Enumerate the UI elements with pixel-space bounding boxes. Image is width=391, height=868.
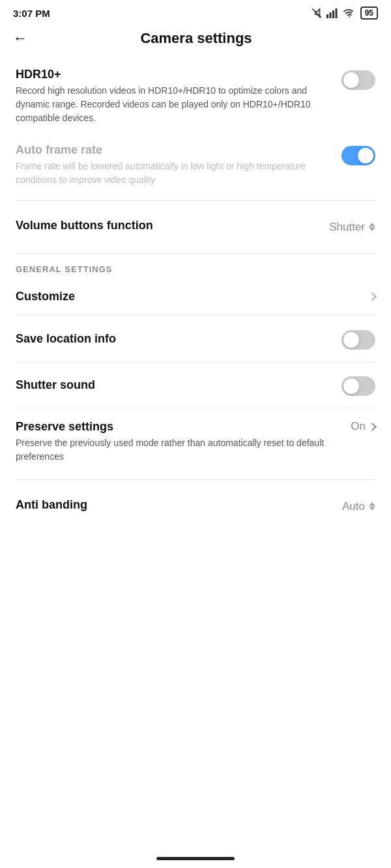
divider-3 (16, 479, 375, 480)
save-location-toggle[interactable] (341, 330, 375, 350)
auto-frame-rate-row: Auto frame rate Frame rate will be lower… (16, 134, 375, 196)
preserve-settings-text: Preserve settings Preserve the previousl… (16, 420, 351, 464)
customize-row[interactable]: Customize (16, 278, 375, 316)
anti-banding-chevron-ud (369, 502, 375, 511)
back-button[interactable]: ← (13, 30, 27, 47)
customize-chevron-right (368, 292, 377, 301)
shutter-sound-toggle-knob (343, 378, 359, 394)
header: ← Camera settings (0, 23, 391, 59)
hdr-setting-text: HDR10+ Record high resolution videos in … (16, 68, 341, 125)
customize-title: Customize (16, 290, 75, 303)
volume-buttons-value: Shutter (329, 221, 375, 234)
wifi-icon (343, 8, 356, 18)
preserve-settings-value: On (351, 420, 375, 433)
anti-banding-row[interactable]: Anti banding Auto (16, 484, 375, 529)
save-location-title: Save location info (16, 332, 116, 346)
preserve-settings-desc: Preserve the previously used mode rather… (16, 436, 338, 464)
status-bar: 3:07 PM 95 (0, 0, 391, 23)
status-time: 3:07 PM (13, 8, 50, 19)
page-title: Camera settings (34, 30, 358, 47)
hdr-toggle-knob (343, 72, 359, 88)
battery-badge: 95 (360, 7, 378, 20)
svg-rect-2 (329, 12, 331, 18)
signal-icon (326, 8, 340, 18)
content: HDR10+ Record high resolution videos in … (0, 59, 391, 529)
anti-banding-value: Auto (342, 500, 375, 513)
svg-rect-3 (332, 10, 334, 18)
hdr-toggle[interactable] (341, 70, 375, 90)
hdr-setting-row: HDR10+ Record high resolution videos in … (16, 59, 375, 134)
bottom-nav-bar (156, 857, 235, 860)
auto-frame-rate-text: Auto frame rate Frame rate will be lower… (16, 143, 341, 187)
preserve-chevron-right (368, 423, 377, 431)
svg-rect-1 (326, 14, 328, 18)
save-location-toggle-knob (343, 332, 359, 348)
shutter-sound-row: Shutter sound (16, 362, 375, 408)
hdr-desc: Record high resolution videos in HDR10+/… (16, 84, 328, 125)
general-settings-label: GENERAL SETTINGS (16, 258, 375, 278)
shutter-sound-title: Shutter sound (16, 378, 95, 392)
hdr-title: HDR10+ (16, 68, 328, 81)
preserve-settings-title: Preserve settings (16, 420, 338, 434)
anti-banding-title: Anti banding (16, 498, 87, 512)
volume-chevron-ud (369, 223, 375, 231)
volume-buttons-row[interactable]: Volume buttons function Shutter (16, 204, 375, 249)
auto-frame-rate-desc: Frame rate will be lowered automatically… (16, 160, 328, 187)
auto-frame-rate-toggle[interactable] (341, 146, 375, 165)
svg-rect-4 (335, 8, 337, 18)
divider-1 (16, 200, 375, 201)
status-icons: 95 (311, 7, 378, 20)
divider-2 (16, 253, 375, 254)
auto-frame-rate-title: Auto frame rate (16, 143, 328, 157)
preserve-settings-row[interactable]: Preserve settings Preserve the previousl… (16, 408, 375, 475)
save-location-row: Save location info (16, 316, 375, 362)
mute-icon (311, 7, 323, 19)
shutter-sound-toggle[interactable] (341, 376, 375, 396)
auto-frame-rate-toggle-knob (358, 148, 373, 163)
svg-point-5 (349, 16, 350, 18)
volume-buttons-title: Volume buttons function (16, 219, 153, 232)
